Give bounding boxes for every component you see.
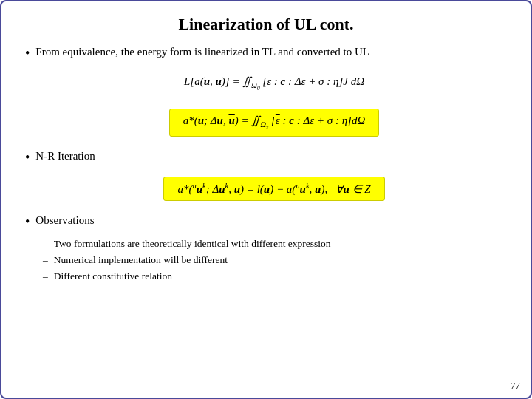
bullet-1: • From equivalence, the energy form is l…	[25, 44, 507, 62]
bullet-2-text: N-R Iteration	[35, 149, 95, 164]
bullet-3: • Observations	[25, 213, 507, 231]
bullet-2: • N-R Iteration	[25, 149, 507, 166]
formula-1: L[a(u, u)] = ∬Ω0 [ε : c : Δε + σ : η]J d…	[184, 72, 364, 94]
bullet-3-text: Observations	[35, 213, 94, 228]
bullet-text-1: From equivalence, the energy form is lin…	[35, 44, 369, 60]
bullet-dot-3: •	[25, 214, 30, 231]
sub-bullet-1-text: Two formulations are theoretically ident…	[54, 238, 331, 250]
formula-2: a*(u; Δu, u) = ∬Ωx [ε : c : Δε + σ : η]d…	[169, 109, 380, 136]
sub-bullet-3-text: Different constitutive relation	[54, 270, 172, 282]
slide: Linearization of UL cont. • From equival…	[0, 0, 532, 399]
sub-bullet-2-text: Numerical implementation will be differe…	[54, 254, 228, 266]
bullet-dot-1: •	[25, 45, 30, 62]
bullet-dot-2: •	[25, 149, 30, 166]
formula-2-block: a*(u; Δu, u) = ∬Ωx [ε : c : Δε + σ : η]d…	[41, 109, 507, 136]
formula-3: a*(nuk; Δuk, u) = l(u) − a(nuk, u), ∀u ∈…	[163, 177, 384, 201]
sub-bullets: – Two formulations are theoretically ide…	[43, 238, 507, 282]
slide-title: Linearization of UL cont.	[25, 15, 507, 34]
bullet-1-text: From equivalence, the energy form is lin…	[35, 46, 369, 58]
sub-bullet-2: – Numerical implementation will be diffe…	[43, 254, 507, 266]
sub-dash-3: –	[43, 270, 48, 282]
formula-1-block: L[a(u, u)] = ∬Ω0 [ε : c : Δε + σ : η]J d…	[41, 72, 507, 94]
sub-bullet-3: – Different constitutive relation	[43, 270, 507, 282]
content-area: • From equivalence, the energy form is l…	[25, 44, 507, 384]
sub-bullet-1: – Two formulations are theoretically ide…	[43, 238, 507, 250]
page-number: 77	[511, 380, 520, 392]
formula-3-block: a*(nuk; Δuk, u) = l(u) − a(nuk, u), ∀u ∈…	[41, 177, 507, 201]
sub-dash-1: –	[43, 238, 48, 250]
sub-dash-2: –	[43, 254, 48, 266]
